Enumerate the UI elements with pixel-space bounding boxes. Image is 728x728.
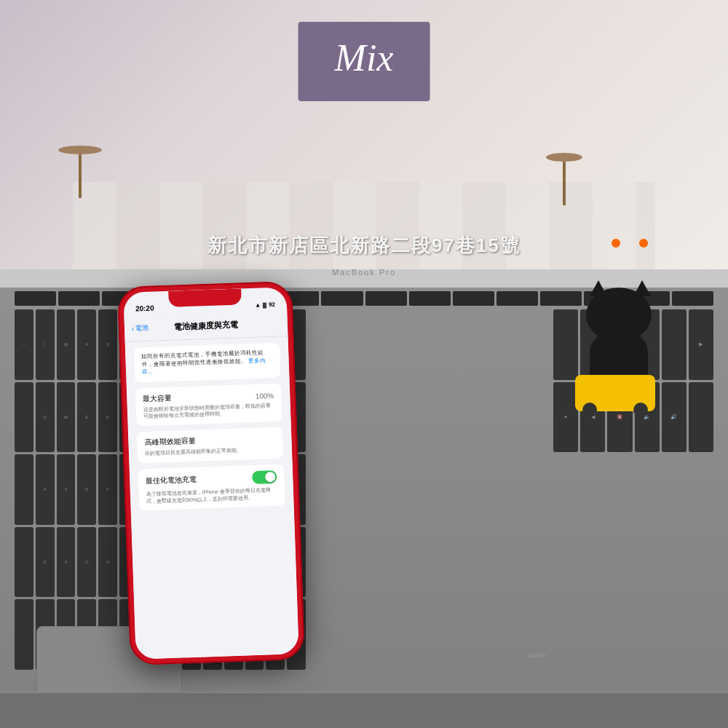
optimize-row: 最佳化電池充電 [146,470,277,488]
key-a[interactable]: A [36,454,55,525]
battery-health-content: 如同所有的充電式電池，手機電池屬於消耗性組件，會隨著使用時間而性逐漸降低效能。 … [125,336,299,660]
info-section: 如同所有的充電式電池，手機電池屬於消耗性組件，會隨著使用時間而性逐漸降低效能。 … [134,343,281,382]
key-d[interactable]: D [77,454,96,525]
fn-key[interactable] [15,291,56,306]
key-s[interactable]: S [57,454,76,525]
stool-right [546,153,582,204]
fn-key[interactable] [409,291,451,306]
info-text: 如同所有的充電式電池，手機電池屬於消耗性組件，會隨著使用時間而性逐漸降低效能。 [141,349,264,367]
battery-percent: 92 [269,301,275,308]
fn-key[interactable] [672,291,713,306]
key-r11[interactable]: 🔊 [662,382,687,453]
max-capacity-section: 最大容量 100% 這是相較於電池全新狀態時測量的電池容量，較低的容量可能會縮短… [135,383,282,427]
key-z[interactable]: Z [36,527,55,598]
bottom-bar [0,692,728,728]
stool-left [58,146,102,204]
key-shift-l[interactable] [15,527,33,598]
store-address: 新北市新店區北新路二段97巷15號 [207,233,521,258]
status-time: 20:20 [135,304,154,313]
cat-eye-right [639,239,648,248]
key-2[interactable]: @ [57,309,76,380]
fn-key[interactable] [321,291,363,306]
cart-wheel-right [633,403,648,417]
key-e[interactable]: E [77,382,96,453]
key-c[interactable]: C [77,527,96,598]
laptop-screen: Mix 新北市新店區北新路二段97巷15號 [0,0,728,269]
key-fn[interactable] [15,599,33,670]
fn-key[interactable] [496,291,538,306]
key-caps[interactable] [15,454,33,525]
key-r6[interactable]: ▶ [689,309,713,380]
key-3[interactable]: # [77,309,96,380]
fn-key[interactable] [453,291,494,306]
iphone-notch [168,288,242,306]
back-label: 電池 [135,323,149,333]
battery-icon: ▓ [263,302,266,307]
macbook-label: MacBook Pro [332,268,396,277]
key-tab[interactable] [15,382,33,453]
fn-key[interactable] [58,291,100,306]
cart-wheel-left [582,403,597,417]
brand-name: Mix [335,37,394,79]
optimize-label: 最佳化電池充電 [146,475,197,486]
wifi-icon: ▲ [255,301,261,308]
iphone-device: 20:20 ▲ ▓ 92 ‹ 電池 電池健康度與充電 如同所有的充 [117,281,305,665]
peak-section: 高峰期效能容量 你的電池目前支援高雄期所集的正常效能。 [137,427,283,464]
max-capacity-label: 最大容量 [143,392,172,403]
scene: Mix 新北市新店區北新路二段97巷15號 MacBook Pro [0,0,728,728]
page-title: 電池健康度與充電 [174,320,238,333]
iphone-screen: 20:20 ▲ ▓ 92 ‹ 電池 電池健康度與充電 如同所有的充 [123,287,298,660]
peak-desc: 你的電池目前支援高雄期所集的正常效能。 [145,446,276,457]
store-sign: Mix [298,22,430,101]
max-capacity-value: 100% [256,391,274,400]
cat-figurine [575,302,662,411]
cat-eye-left [612,239,620,248]
back-chevron-icon: ‹ [132,325,134,332]
key-r5[interactable] [662,309,687,380]
optimize-desc: 為了降低電池老化速度，iPhone 會學習你的每日充電模式，會暫緩充電到80%以… [146,486,278,505]
status-icons: ▲ ▓ 92 [255,301,275,309]
key-x[interactable]: X [57,527,76,598]
option-key-label: option [528,652,546,659]
key-1[interactable]: ! [36,309,55,380]
key-q[interactable]: Q [36,382,55,453]
key-r12[interactable] [689,382,713,453]
key-f[interactable]: F [98,454,117,525]
key-v[interactable]: V [98,527,117,598]
key-backtick[interactable]: ~ [15,309,33,380]
back-button[interactable]: ‹ 電池 [132,323,149,333]
key-w[interactable]: W [57,382,76,453]
cat-cart [575,375,655,411]
optimize-toggle[interactable] [252,470,277,484]
fn-key[interactable] [365,291,407,306]
key-4[interactable]: $ [98,309,117,380]
key-r[interactable]: R [98,382,117,453]
toggle-thumb [265,472,275,482]
optimize-section: 最佳化電池充電 為了降低電池老化速度，iPhone 會學習你的每日充電模式，會暫… [138,464,285,511]
